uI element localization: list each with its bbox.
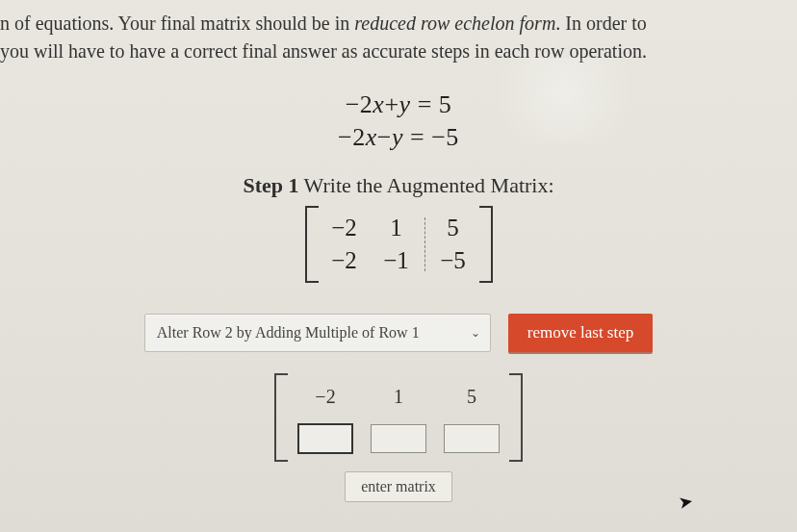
bracket-right-icon <box>509 373 523 462</box>
dropdown-selected-label: Alter Row 2 by Adding Multiple of Row 1 <box>157 324 420 342</box>
step-1-bold: Step 1 <box>243 173 298 197</box>
controls-row: Alter Row 2 by Adding Multiple of Row 1 … <box>0 314 797 352</box>
instructions-part1: n of equations. Your final matrix should… <box>0 13 354 34</box>
step-1-rest: Write the Augmented Matrix: <box>298 173 553 197</box>
instructions-emphasis: reduced row echelon form <box>354 13 555 34</box>
equation-1: −2x+y = 5 <box>0 90 797 119</box>
bracket-left-icon <box>305 206 319 283</box>
remove-last-step-button[interactable]: remove last step <box>508 314 653 352</box>
instructions-part2: . In order to <box>555 13 646 34</box>
equation-2: −2x−y = −5 <box>0 123 797 152</box>
edit-input-r2c1[interactable] <box>297 423 353 454</box>
edit-input-r2c2[interactable] <box>371 424 426 453</box>
bracket-right-icon <box>479 206 493 283</box>
enter-matrix-button[interactable]: enter matrix <box>345 471 452 502</box>
step-1-heading: Step 1 Write the Augmented Matrix: <box>0 173 797 198</box>
bracket-left-icon <box>274 373 288 462</box>
matrix-cell-r1c3: 5 <box>439 212 468 244</box>
augment-separator <box>424 217 425 271</box>
edit-cell-r1c1: −2 <box>315 386 335 408</box>
instructions-text: n of equations. Your final matrix should… <box>0 0 797 73</box>
chevron-down-icon: ⌄ <box>471 326 480 341</box>
instructions-line2: you will have to have a correct final an… <box>0 40 647 62</box>
matrix-cell-r1c2: 1 <box>382 212 411 244</box>
matrix-cell-r2c1: −2 <box>330 244 359 277</box>
edit-cell-r1c3: 5 <box>467 386 476 408</box>
edit-input-r2c3[interactable] <box>444 424 500 453</box>
edit-cell-r1c2: 1 <box>394 386 403 408</box>
system-of-equations: −2x+y = 5 −2x−y = −5 <box>0 90 797 152</box>
matrix-cell-r2c3: −5 <box>439 244 468 277</box>
augmented-matrix: −2 −2 1 −1 5 −5 <box>0 206 797 283</box>
editable-matrix: −2 1 5 <box>0 373 797 462</box>
matrix-cell-r1c1: −2 <box>330 212 359 244</box>
row-operation-dropdown[interactable]: Alter Row 2 by Adding Multiple of Row 1 … <box>144 314 491 352</box>
matrix-cell-r2c2: −1 <box>382 244 411 277</box>
